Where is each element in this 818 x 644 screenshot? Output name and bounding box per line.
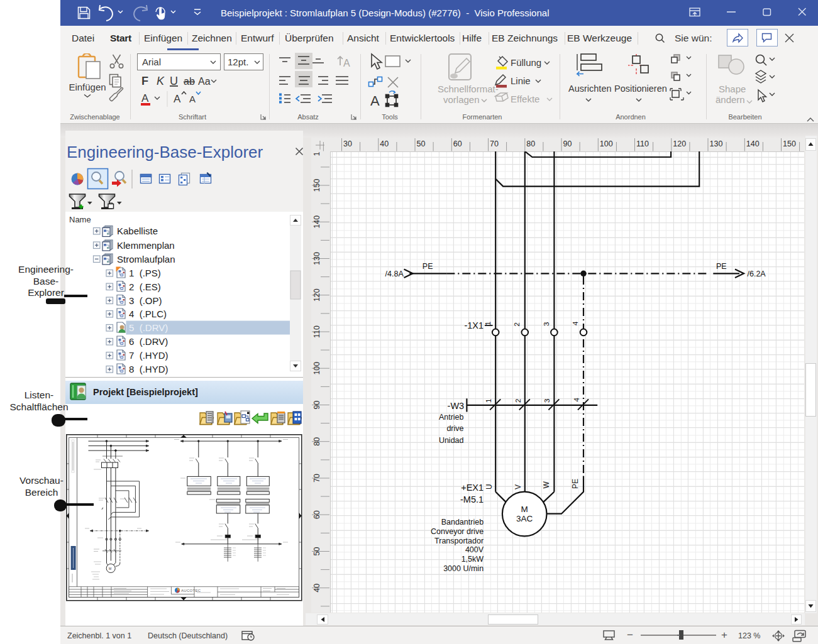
svg-text:4 (.PLC): 4 (.PLC) bbox=[129, 308, 167, 319]
svg-text:Schnellformat-: Schnellformat- bbox=[438, 84, 499, 94]
svg-text:ändern: ändern bbox=[716, 94, 745, 105]
svg-text:U: U bbox=[170, 75, 178, 87]
svg-text:Conveyor drive: Conveyor drive bbox=[431, 527, 484, 535]
svg-text:7 (.HYD): 7 (.HYD) bbox=[129, 350, 169, 361]
svg-text:110: 110 bbox=[636, 139, 649, 148]
svg-text:/4.8A: /4.8A bbox=[385, 270, 404, 278]
svg-text:150: 150 bbox=[312, 178, 321, 192]
svg-text:60: 60 bbox=[312, 510, 321, 519]
svg-text:3: 3 bbox=[542, 322, 550, 325]
svg-text:70: 70 bbox=[312, 474, 321, 483]
svg-text:Unidad: Unidad bbox=[438, 435, 463, 444]
svg-text:140: 140 bbox=[312, 215, 321, 228]
svg-text:/6.2A: /6.2A bbox=[747, 270, 766, 278]
svg-text:1,5kW: 1,5kW bbox=[461, 554, 484, 563]
svg-text:Füllung: Füllung bbox=[511, 57, 541, 68]
svg-text:80: 80 bbox=[312, 437, 321, 445]
svg-text:Ausrichten: Ausrichten bbox=[568, 84, 612, 94]
svg-text:5 (.DRV): 5 (.DRV) bbox=[129, 322, 168, 333]
svg-text:Antrieb: Antrieb bbox=[438, 412, 463, 421]
svg-text:M: M bbox=[109, 567, 111, 570]
svg-text:Kabelliste: Kabelliste bbox=[117, 226, 158, 236]
svg-text:4: 4 bbox=[572, 397, 580, 401]
svg-text:Transportador: Transportador bbox=[434, 536, 484, 545]
svg-text:drive: drive bbox=[446, 424, 463, 433]
svg-text:140: 140 bbox=[746, 139, 760, 148]
svg-text:100: 100 bbox=[600, 139, 613, 148]
svg-text:AUCOTEC: AUCOTEC bbox=[181, 589, 201, 592]
svg-text:2: 2 bbox=[514, 398, 521, 402]
svg-text:50: 50 bbox=[417, 139, 426, 148]
svg-text:PE: PE bbox=[716, 262, 727, 271]
svg-text:Bandantrieb: Bandantrieb bbox=[441, 518, 483, 527]
svg-text:V: V bbox=[513, 484, 522, 489]
svg-text:Stromlaufplan: Stromlaufplan bbox=[117, 254, 175, 265]
svg-text:F: F bbox=[141, 75, 148, 87]
svg-text:1: 1 bbox=[485, 398, 492, 402]
svg-text:3 (.OP): 3 (.OP) bbox=[129, 295, 162, 306]
svg-text:1: 1 bbox=[484, 321, 491, 325]
svg-text:3: 3 bbox=[543, 398, 551, 402]
svg-text:90: 90 bbox=[312, 400, 321, 409]
svg-text:A: A bbox=[141, 92, 149, 104]
svg-text:A: A bbox=[343, 58, 350, 68]
svg-text:Aa: Aa bbox=[198, 76, 211, 87]
svg-text:Effekte: Effekte bbox=[511, 94, 539, 104]
svg-text:120: 120 bbox=[673, 139, 686, 148]
svg-text:100: 100 bbox=[312, 361, 321, 374]
svg-text:120: 120 bbox=[312, 288, 321, 302]
svg-text:160: 160 bbox=[312, 151, 321, 156]
svg-text:2 (.ES): 2 (.ES) bbox=[129, 281, 161, 292]
svg-text:90: 90 bbox=[563, 139, 572, 148]
svg-text:40: 40 bbox=[312, 583, 321, 592]
svg-text:2: 2 bbox=[513, 322, 521, 326]
svg-text:130: 130 bbox=[312, 252, 321, 265]
svg-text:8 (.HYD): 8 (.HYD) bbox=[129, 364, 169, 374]
svg-text:4: 4 bbox=[572, 321, 579, 325]
svg-text:400V: 400V bbox=[465, 545, 484, 554]
svg-text:150: 150 bbox=[783, 139, 796, 148]
svg-text:+EX1: +EX1 bbox=[461, 483, 484, 493]
svg-text:A: A bbox=[370, 93, 380, 108]
svg-text:6 (.DRV): 6 (.DRV) bbox=[129, 336, 168, 347]
svg-text:80: 80 bbox=[526, 139, 535, 148]
svg-text:M: M bbox=[521, 504, 528, 513]
svg-text:A: A bbox=[189, 94, 196, 104]
svg-text:50: 50 bbox=[312, 547, 321, 555]
svg-text:K: K bbox=[157, 75, 165, 87]
svg-text:3AC: 3AC bbox=[516, 513, 533, 523]
svg-text:PE: PE bbox=[570, 478, 579, 488]
svg-text:ab: ab bbox=[184, 76, 195, 87]
svg-text:60: 60 bbox=[453, 139, 462, 148]
svg-text:70: 70 bbox=[490, 139, 499, 148]
svg-text:vorlagen: vorlagen bbox=[443, 94, 480, 105]
svg-text:A: A bbox=[174, 93, 181, 105]
svg-text:W: W bbox=[542, 481, 551, 488]
svg-text:-1X1: -1X1 bbox=[464, 320, 484, 330]
svg-text:Positionieren: Positionieren bbox=[614, 84, 667, 94]
svg-text:-M5.1: -M5.1 bbox=[460, 494, 484, 505]
svg-text:Linie: Linie bbox=[511, 75, 531, 86]
svg-text:130: 130 bbox=[710, 139, 723, 148]
svg-text:Klemmenplan: Klemmenplan bbox=[117, 240, 175, 251]
svg-text:1 (.PS): 1 (.PS) bbox=[129, 268, 161, 278]
svg-text:30: 30 bbox=[343, 139, 352, 148]
svg-text:40: 40 bbox=[380, 139, 389, 148]
svg-text:110: 110 bbox=[312, 325, 321, 337]
svg-text:PE: PE bbox=[422, 262, 433, 271]
svg-text:3000 U/min: 3000 U/min bbox=[443, 564, 484, 572]
svg-text:Shape: Shape bbox=[719, 84, 746, 94]
svg-text:-W3: -W3 bbox=[447, 400, 464, 410]
svg-text:U: U bbox=[485, 484, 494, 489]
